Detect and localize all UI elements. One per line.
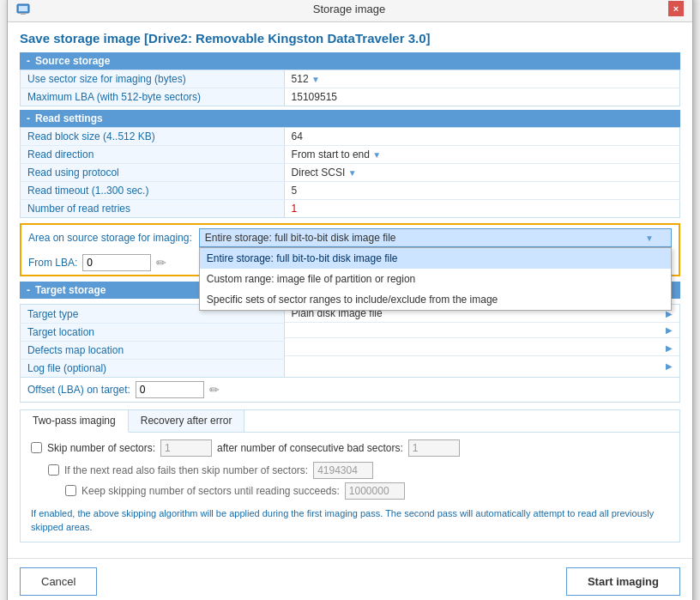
main-window: Storage image × Save storage image [Driv… xyxy=(7,0,693,600)
offset-input[interactable] xyxy=(136,381,204,398)
block-size-label: Read block size (4..512 KB) xyxy=(21,128,285,146)
read-retries-value: 1 xyxy=(284,200,679,218)
target-location-label: Target location xyxy=(21,323,285,341)
next-read-checkbox[interactable] xyxy=(48,464,59,476)
svg-rect-1 xyxy=(19,6,27,11)
from-lba-input[interactable] xyxy=(82,254,151,271)
table-row: Maximum LBA (with 512-byte sectors) 1510… xyxy=(21,88,680,106)
table-row: Use sector size for imaging (bytes) 512 … xyxy=(21,70,680,88)
tab-two-pass-content: Skip number of sectors: after number of … xyxy=(21,433,679,542)
after-bad-sectors-label: after number of consecutive bad sectors: xyxy=(217,442,403,454)
svg-rect-2 xyxy=(21,13,26,15)
from-lba-label: From LBA: xyxy=(28,257,77,269)
read-settings-table: Read block size (4..512 KB) 64 Read dire… xyxy=(20,127,680,218)
edit-icon[interactable]: ✏ xyxy=(156,256,166,270)
area-select-container: Entire storage: full bit-to-bit disk ima… xyxy=(199,228,672,247)
log-file-value[interactable]: ▶ xyxy=(285,359,679,373)
keep-skipping-checkbox[interactable] xyxy=(65,485,76,496)
bottom-buttons: Cancel Start imaging xyxy=(8,558,692,600)
area-select[interactable]: Entire storage: full bit-to-bit disk ima… xyxy=(199,228,672,247)
info-text: If enabled, the above skipping algorithm… xyxy=(31,506,669,535)
defects-map-arrow[interactable]: ▶ xyxy=(666,343,673,353)
dropdown-item[interactable]: Custom range: image file of partition or… xyxy=(200,269,671,289)
dropdown-item[interactable]: Specific sets of sector ranges to includ… xyxy=(200,289,671,310)
read-timeout-label: Read timeout (1..300 sec.) xyxy=(21,182,285,200)
source-storage-table: Use sector size for imaging (bytes) 512 … xyxy=(20,70,680,106)
keep-skipping-input[interactable] xyxy=(345,482,405,500)
skip-sectors-input[interactable] xyxy=(160,439,212,457)
area-section: Area on source storage for imaging: Enti… xyxy=(20,223,680,276)
tabs-header: Two-pass imaging Recovery after error xyxy=(21,410,679,433)
keep-skipping-label: Keep skipping number of sectors until re… xyxy=(81,485,340,497)
read-timeout-value: 5 xyxy=(284,182,679,200)
tab-two-pass[interactable]: Two-pass imaging xyxy=(21,410,129,433)
next-read-label: If the next read also fails then skip nu… xyxy=(64,464,308,476)
target-location-value[interactable]: ▶ xyxy=(285,323,679,338)
tabs-section: Two-pass imaging Recovery after error Sk… xyxy=(20,409,680,542)
title-bar: Storage image × xyxy=(8,0,692,22)
read-direction-value: From start to end ▼ xyxy=(284,146,679,164)
dialog-content: Save storage image [Drive2: Removable Ki… xyxy=(8,22,692,551)
defects-map-value[interactable]: ▶ xyxy=(285,341,679,356)
area-dropdown-menu: Entire storage: full bit-to-bit disk ima… xyxy=(199,247,672,311)
read-direction-dropdown-arrow[interactable]: ▼ xyxy=(372,150,381,160)
source-storage-header: - Source storage xyxy=(20,52,680,70)
log-file-arrow[interactable]: ▶ xyxy=(666,361,673,371)
read-protocol-dropdown-arrow[interactable]: ▼ xyxy=(348,168,357,178)
app-icon xyxy=(16,2,30,15)
log-file-label: Log file (optional) xyxy=(21,359,285,377)
offset-label: Offset (LBA) on target: xyxy=(27,384,130,396)
skip-sectors-checkbox[interactable] xyxy=(31,442,42,453)
dialog-title: Save storage image [Drive2: Removable Ki… xyxy=(20,31,680,45)
next-read-input[interactable] xyxy=(313,462,373,479)
tab-recovery[interactable]: Recovery after error xyxy=(129,410,245,432)
bad-sectors-input[interactable] xyxy=(408,439,460,457)
next-read-row: If the next read also fails then skip nu… xyxy=(48,462,669,479)
read-protocol-value: Direct SCSI ▼ xyxy=(284,164,679,182)
table-row: Read using protocol Direct SCSI ▼ xyxy=(21,164,680,182)
skip-sectors-label: Skip number of sectors: xyxy=(47,442,155,454)
table-row: Target location ▶ xyxy=(21,323,680,341)
cancel-button[interactable]: Cancel xyxy=(20,567,97,596)
table-row: Defects map location ▶ xyxy=(21,341,680,359)
max-lba-label: Maximum LBA (with 512-byte sectors) xyxy=(21,88,285,106)
window-title: Storage image xyxy=(30,3,668,15)
read-direction-label: Read direction xyxy=(21,146,285,164)
skip-sectors-row: Skip number of sectors: after number of … xyxy=(31,439,669,457)
offset-edit-icon[interactable]: ✏ xyxy=(209,383,220,397)
read-protocol-label: Read using protocol xyxy=(21,164,285,182)
area-row: Area on source storage for imaging: Enti… xyxy=(21,225,679,251)
close-button[interactable]: × xyxy=(668,1,684,16)
sector-size-value: 512 ▼ xyxy=(284,70,679,88)
start-imaging-button[interactable]: Start imaging xyxy=(566,567,680,596)
area-dropdown-arrow[interactable]: ▼ xyxy=(645,233,654,243)
table-row: Read timeout (1..300 sec.) 5 xyxy=(21,182,680,200)
defects-map-label: Defects map location xyxy=(21,341,285,359)
table-row: Log file (optional) ▶ xyxy=(21,359,680,377)
dropdown-item[interactable]: Entire storage: full bit-to-bit disk ima… xyxy=(200,248,671,269)
sector-size-label: Use sector size for imaging (bytes) xyxy=(21,70,285,88)
table-row: Read block size (4..512 KB) 64 xyxy=(21,128,680,146)
offset-row: Offset (LBA) on target: ✏ xyxy=(20,378,680,403)
read-settings-header: - Read settings xyxy=(20,110,680,127)
sector-size-dropdown-arrow[interactable]: ▼ xyxy=(311,75,320,84)
table-row: Number of read retries 1 xyxy=(21,200,680,218)
read-retries-label: Number of read retries xyxy=(21,200,285,218)
block-size-value: 64 xyxy=(284,128,679,146)
max-lba-value: 15109515 xyxy=(284,88,679,106)
area-selected-value: Entire storage: full bit-to-bit disk ima… xyxy=(205,232,396,244)
keep-skipping-row: Keep skipping number of sectors until re… xyxy=(65,482,669,500)
target-location-arrow[interactable]: ▶ xyxy=(666,325,673,335)
target-storage-table: Target type Plain disk image file ▶ Targ… xyxy=(20,304,680,378)
table-row: Read direction From start to end ▼ xyxy=(21,146,680,164)
area-label: Area on source storage for imaging: xyxy=(28,232,192,244)
